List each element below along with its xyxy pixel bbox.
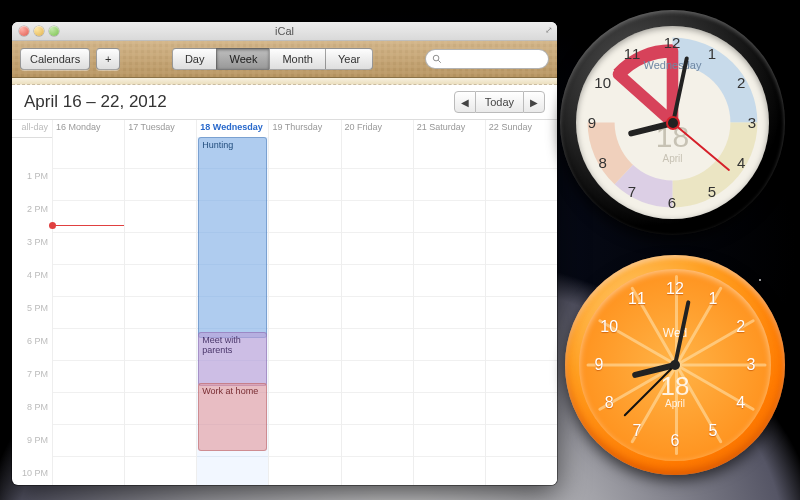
- orange-month: April: [665, 399, 685, 410]
- stitch-divider: [12, 78, 557, 85]
- day-header[interactable]: 22 Sunday: [485, 120, 557, 137]
- day-header[interactable]: 20 Friday: [341, 120, 413, 137]
- window-minimize-button[interactable]: [34, 26, 44, 36]
- day-header[interactable]: 16 Monday: [52, 120, 124, 137]
- view-segmented-control: Day Week Month Year: [172, 48, 373, 70]
- clock-weekday: Wednesday: [644, 60, 702, 72]
- view-year[interactable]: Year: [325, 48, 373, 70]
- window-close-button[interactable]: [19, 26, 29, 36]
- svg-point-0: [433, 55, 439, 61]
- prev-week-button[interactable]: ◀: [454, 91, 476, 113]
- day-columns[interactable]: Hunting Meet with parents Work at home: [52, 137, 557, 485]
- day-header[interactable]: 19 Thursday: [268, 120, 340, 137]
- view-day[interactable]: Day: [172, 48, 218, 70]
- day-column-sun[interactable]: [485, 137, 557, 485]
- event-hunting[interactable]: Hunting: [198, 137, 267, 338]
- week-grid: all-day 16 Monday 17 Tuesday 18 Wednesda…: [12, 120, 557, 485]
- svg-line-1: [438, 60, 441, 63]
- window-title: iCal: [12, 22, 557, 40]
- clock-center-pin: [668, 118, 678, 128]
- desktop-background: iCal ⤢ Calendars + Day Week Month Year A…: [0, 0, 800, 500]
- day-header-row: all-day 16 Monday 17 Tuesday 18 Wednesda…: [12, 120, 557, 138]
- clock-face: Wednesday 18 April 121234567891011: [576, 26, 769, 219]
- ical-window: iCal ⤢ Calendars + Day Week Month Year A…: [12, 22, 557, 485]
- window-zoom-button[interactable]: [49, 26, 59, 36]
- day-column-fri[interactable]: [341, 137, 413, 485]
- day-header-active[interactable]: 18 Wednesday: [196, 120, 268, 137]
- window-proxy-icon[interactable]: ⤢: [545, 25, 553, 35]
- view-month[interactable]: Month: [269, 48, 326, 70]
- event-meet-parents[interactable]: Meet with parents: [198, 332, 267, 386]
- day-column-thu[interactable]: [268, 137, 340, 485]
- search-field[interactable]: [425, 49, 549, 69]
- event-work-at-home[interactable]: Work at home: [198, 383, 267, 451]
- calendar-subheader: April 16 – 22, 2012 ◀ Today ▶: [12, 85, 557, 120]
- window-titlebar[interactable]: iCal ⤢: [12, 22, 557, 41]
- clock-center-pin: [670, 360, 680, 370]
- orange-face: 121234567891011 Wed 18 April: [579, 269, 771, 461]
- add-event-button[interactable]: +: [96, 48, 120, 70]
- day-column-mon[interactable]: [52, 137, 124, 485]
- date-range-label: April 16 – 22, 2012: [24, 92, 167, 112]
- orange-clock-widget[interactable]: 121234567891011 Wed 18 April: [565, 255, 785, 475]
- day-column-sat[interactable]: [413, 137, 485, 485]
- today-button[interactable]: Today: [476, 91, 523, 113]
- allday-label: all-day: [12, 120, 52, 137]
- analog-clock-widget[interactable]: Wednesday 18 April 121234567891011: [560, 10, 785, 235]
- next-week-button[interactable]: ▶: [523, 91, 545, 113]
- day-header[interactable]: 21 Saturday: [413, 120, 485, 137]
- day-header[interactable]: 17 Tuesday: [124, 120, 196, 137]
- search-icon: [432, 54, 442, 64]
- current-time-indicator: [53, 225, 124, 226]
- view-week[interactable]: Week: [216, 48, 270, 70]
- clock-month: April: [662, 154, 682, 165]
- toolbar: Calendars + Day Week Month Year: [12, 41, 557, 78]
- day-column-wed[interactable]: Hunting Meet with parents Work at home: [196, 137, 268, 485]
- orange-daynum: 18: [661, 373, 690, 400]
- calendars-button[interactable]: Calendars: [20, 48, 90, 70]
- day-column-tue[interactable]: [124, 137, 196, 485]
- hour-gutter: 1 PM2 PM 3 PM4 PM5 PM 6 PM7 PM8 PM 9 PM1…: [12, 137, 52, 485]
